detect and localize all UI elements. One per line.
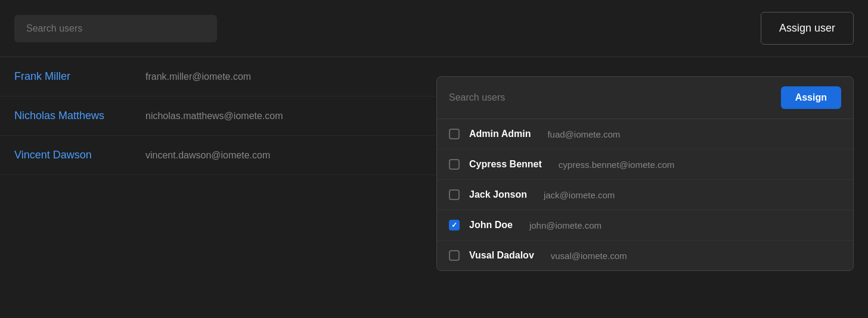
user-checkbox-jack[interactable] xyxy=(449,189,460,200)
user-name: Frank Miller xyxy=(14,70,134,83)
user-email: frank.miller@iomete.com xyxy=(145,71,251,82)
user-email: nicholas.matthews@iomete.com xyxy=(145,111,283,121)
assign-button[interactable]: Assign xyxy=(781,86,841,109)
list-item: Cypress Bennet cypress.bennet@iomete.com xyxy=(437,149,853,180)
dropdown-user-name: Admin Admin xyxy=(469,129,531,139)
dropdown-user-name: Cypress Bennet xyxy=(469,159,542,170)
dropdown-user-email: cypress.bennet@iomete.com xyxy=(559,160,674,170)
user-email: vincent.dawson@iomete.com xyxy=(145,150,270,161)
list-item: Jack Jonson jack@iomete.com xyxy=(437,180,853,210)
user-list: Frank Miller frank.miller@iomete.com Nic… xyxy=(0,57,435,175)
dropdown-user-email: vusal@iomete.com xyxy=(551,251,627,261)
dropdown-header: Assign xyxy=(437,77,853,119)
search-input[interactable] xyxy=(14,15,217,42)
assign-user-button[interactable]: Assign user xyxy=(761,12,854,45)
user-checkbox-vusal[interactable] xyxy=(449,250,460,261)
user-name: Nicholas Matthews xyxy=(14,110,134,122)
main-container: Assign user Frank Miller frank.miller@io… xyxy=(0,0,868,318)
dropdown-user-name: Vusal Dadalov xyxy=(469,250,534,261)
top-bar: Assign user xyxy=(0,0,868,57)
user-checkbox-cypress[interactable] xyxy=(449,159,460,170)
dropdown-user-email: jack@iomete.com xyxy=(544,190,615,200)
list-item: Vusal Dadalov vusal@iomete.com xyxy=(437,241,853,270)
list-item: Admin Admin fuad@iomete.com xyxy=(437,119,853,149)
table-row: Frank Miller frank.miller@iomete.com xyxy=(0,57,435,96)
table-row: Vincent Dawson vincent.dawson@iomete.com xyxy=(0,136,435,175)
table-row: Nicholas Matthews nicholas.matthews@iome… xyxy=(0,96,435,136)
dropdown-user-email: fuad@iomete.com xyxy=(547,129,620,139)
dropdown-user-email: john@iomete.com xyxy=(529,220,602,230)
assign-user-dropdown: Assign Admin Admin fuad@iomete.com Cypre… xyxy=(436,76,854,271)
user-name: Vincent Dawson xyxy=(14,149,134,161)
dropdown-user-name: John Doe xyxy=(469,220,513,230)
user-checkbox-admin[interactable] xyxy=(449,129,460,139)
user-checkbox-john[interactable] xyxy=(449,220,460,230)
dropdown-search-input[interactable] xyxy=(449,92,774,103)
dropdown-user-name: Jack Jonson xyxy=(469,189,527,200)
dropdown-user-list: Admin Admin fuad@iomete.com Cypress Benn… xyxy=(437,119,853,270)
list-item: John Doe john@iomete.com xyxy=(437,210,853,241)
